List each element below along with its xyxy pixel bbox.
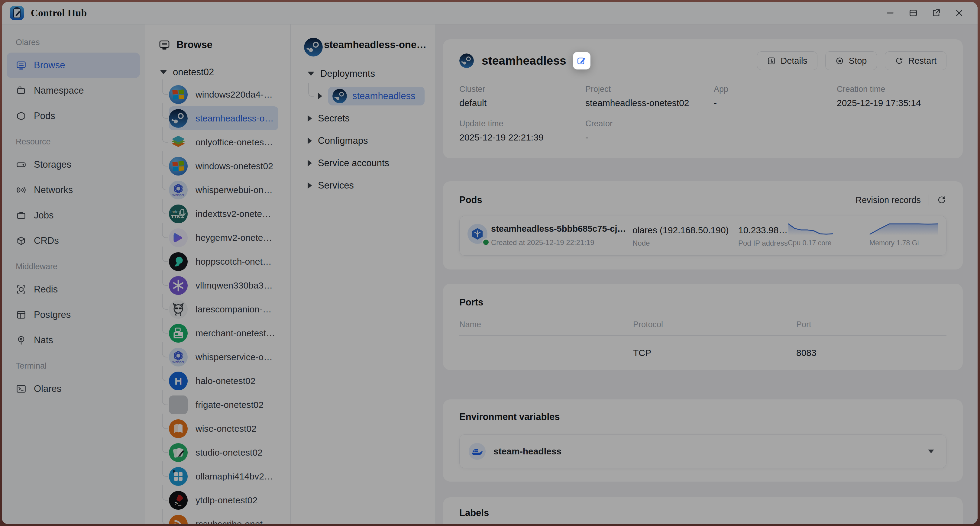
- titlebar: Control Hub: [2, 2, 978, 24]
- sidebar-section-label-resource: Resource: [6, 129, 140, 152]
- sidebar-item-storages[interactable]: Storages: [6, 152, 140, 177]
- refresh-icon[interactable]: [937, 195, 947, 205]
- browse-icon: [158, 39, 170, 51]
- tree-item-vllmqwen330ba3bin[interactable]: vllmqwen330ba3bin…: [169, 273, 278, 297]
- tree-node-secrets[interactable]: Secrets: [291, 107, 436, 130]
- tree-item-label: ytdlp-onetest02: [196, 495, 258, 505]
- tree-item-halo-onetest02[interactable]: Hhalo-onetest02: [169, 369, 278, 393]
- edit-button[interactable]: [573, 52, 590, 70]
- env-item-name: steam-headless: [493, 446, 562, 456]
- cpu-usage-label: Cpu 0.17 core: [788, 239, 833, 247]
- selected-deployment-pill[interactable]: steamheadless: [328, 87, 425, 105]
- wise-app-icon: [169, 420, 188, 438]
- caret-right-icon[interactable]: [318, 93, 322, 99]
- sidebar-item-jobs[interactable]: Jobs: [6, 203, 140, 228]
- stop-button-label: Stop: [849, 56, 867, 66]
- tree-item-windows220da4-on[interactable]: windows220da4-on…: [169, 83, 278, 106]
- window-title: Control Hub: [31, 8, 87, 19]
- tree-node-onetest02[interactable]: onetest02: [145, 63, 290, 81]
- tree-item-hoppscotch-onetest[interactable]: hoppscotch-onetest…: [169, 249, 278, 273]
- whisper-app-icon: Whisper: [169, 181, 188, 199]
- sidebar-item-label: Networks: [34, 184, 73, 195]
- tree-node-configmaps[interactable]: Configmaps: [291, 130, 436, 152]
- sidebar-item-redis[interactable]: Redis: [6, 277, 140, 302]
- tree-item-frigate-onetest02[interactable]: frigate-onetest02: [169, 393, 278, 416]
- sidebar-item-postgres[interactable]: Postgres: [6, 302, 140, 327]
- caret-right-icon[interactable]: [308, 115, 312, 122]
- sidebar-item-crds[interactable]: CRDs: [6, 228, 140, 253]
- restart-icon: [895, 57, 904, 65]
- env-section-title: Environment variables: [459, 412, 947, 423]
- pod-icon: [468, 224, 488, 245]
- tree-item-windows-onetest02[interactable]: windows-onetest02: [169, 154, 278, 178]
- caret-right-icon[interactable]: [308, 182, 312, 189]
- tree-item-indexttsv2-onetest02[interactable]: IndexTTSindexttsv2-onetest02: [169, 202, 278, 226]
- ports-header-name: Name: [459, 320, 633, 329]
- tree-item-ytdlp-onetest02[interactable]: >_ytdlp-onetest02: [169, 488, 278, 512]
- deployment-label: steamheadless: [352, 91, 415, 102]
- tree-item-merchant-onetest02[interactable]: merchant-onetest02: [169, 321, 278, 345]
- tree-item-rssubscribe-onetest[interactable]: rssubscribe-onetest…: [169, 512, 278, 524]
- crds-icon: [16, 235, 27, 246]
- tree-item-larescompanion-one[interactable]: larescompanion-one…: [169, 297, 278, 321]
- browse-panel-title: Browse: [177, 39, 212, 51]
- pod-ip-column: 10.233.98… Pod IP address: [738, 225, 788, 248]
- page-title: steamheadless: [482, 54, 566, 67]
- tree-item-steamheadless-onet[interactable]: steamheadless-onet…: [169, 106, 278, 130]
- browse-icon: [16, 60, 27, 71]
- tree-item-whisperservice-onet[interactable]: Whisperwhisperservice-onet…: [169, 345, 278, 369]
- sidebar-item-label: Postgres: [34, 309, 71, 320]
- tree-node-services[interactable]: Services: [291, 174, 436, 197]
- tree-node-steamheadless[interactable]: steamheadless: [291, 85, 436, 107]
- details-button[interactable]: Details: [757, 51, 818, 70]
- project-value: steamheadless-onetest02: [585, 98, 714, 108]
- sidebar-item-browse[interactable]: Browse: [6, 52, 140, 78]
- tree-item-wise-onetest02[interactable]: wise-onetest02: [169, 416, 278, 440]
- creator-field: Creator -: [585, 119, 714, 143]
- caret-down-icon[interactable]: [308, 72, 314, 76]
- restart-button[interactable]: Restart: [885, 51, 947, 70]
- caret-right-icon[interactable]: [308, 160, 312, 167]
- steam-app-icon: [304, 38, 318, 52]
- ports-table-row: TCP8083: [459, 336, 947, 358]
- tree-node-deployments[interactable]: Deployments: [291, 62, 436, 85]
- open-in-new-icon[interactable]: [931, 8, 941, 18]
- pods-icon: [16, 111, 27, 121]
- caret-right-icon[interactable]: [308, 137, 312, 144]
- tree-item-heygemv2-onetest02[interactable]: heygemv2-onetest02: [169, 226, 278, 249]
- sidebar-item-namespace[interactable]: Namespace: [6, 78, 140, 103]
- secrets-label: Secrets: [318, 113, 350, 124]
- terminal-icon: [16, 383, 27, 394]
- browse-panel-header: Browse: [145, 35, 290, 55]
- pod-row[interactable]: steamheadless-5bbb685c75-cj… Created at …: [459, 216, 947, 256]
- tree-item-ollamaphi414bv2-on[interactable]: ollamaphi414bv2-on…: [169, 464, 278, 488]
- sidebar-item-pods[interactable]: Pods: [6, 103, 140, 129]
- tree-node-service-accounts[interactable]: Service accounts: [291, 152, 436, 174]
- close-icon[interactable]: [954, 8, 964, 18]
- chevron-down-icon[interactable]: [928, 450, 934, 453]
- maximize-icon[interactable]: [908, 8, 918, 18]
- indextts-app-icon: IndexTTS: [169, 205, 188, 223]
- details-icon: [767, 57, 776, 65]
- lares-app-icon: [169, 300, 188, 319]
- tree-item-whisperwebui-onete[interactable]: Whisperwhisperwebui-onete…: [169, 178, 278, 202]
- tree-item-studio-onetest02[interactable]: studio-onetest02: [169, 440, 278, 464]
- sidebar-item-nats[interactable]: Nats: [6, 327, 140, 353]
- sidebar-item-networks[interactable]: Networks: [6, 177, 140, 203]
- stop-button[interactable]: Stop: [825, 51, 877, 70]
- tree-item-label: windows220da4-on…: [196, 89, 275, 100]
- pod-created-at: Created at 2025-12-19 22:21:19: [491, 238, 594, 247]
- sidebar-section-label-terminal: Terminal: [6, 353, 140, 376]
- minimize-icon[interactable]: [885, 8, 896, 18]
- environment-variables-card: Environment variables steam-headless: [443, 399, 963, 482]
- creation-time-value: 2025-12-19 17:35:14: [837, 98, 947, 108]
- tree-item-onlyoffice-onetest02[interactable]: onlyoffice-onetest02: [169, 130, 278, 154]
- tree-item-label: vllmqwen330ba3bin…: [196, 280, 275, 291]
- sidebar-item-olares[interactable]: Olares: [6, 376, 140, 402]
- caret-down-icon[interactable]: [160, 70, 167, 74]
- env-variable-row[interactable]: steam-headless: [459, 434, 947, 468]
- app-label: App: [714, 84, 837, 94]
- revision-records-link[interactable]: Revision records: [856, 195, 921, 205]
- ports-card: Ports Name Protocol Port TCP8083: [443, 284, 963, 370]
- tree-item-label: halo-onetest02: [196, 376, 256, 386]
